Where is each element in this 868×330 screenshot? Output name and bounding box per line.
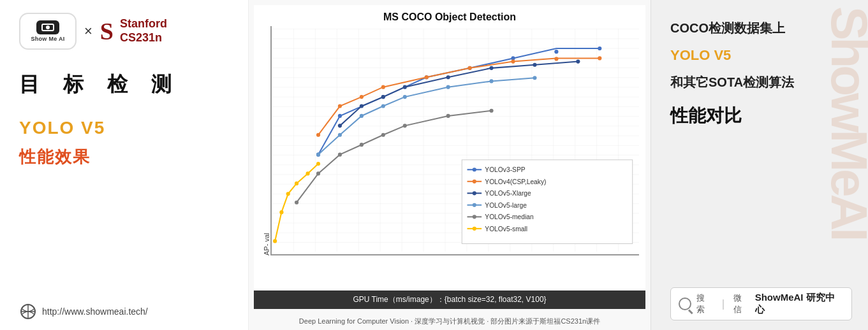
svg-point-56 <box>468 66 472 70</box>
svg-point-50 <box>598 47 601 50</box>
svg-point-70 <box>360 114 364 118</box>
chart-container: MS COCO Object Detection AP- val 26 27 2… <box>254 5 645 291</box>
svg-point-95 <box>473 180 476 183</box>
wechat-label: 微信 <box>733 292 750 315</box>
stanford-name: Stanford <box>120 17 167 31</box>
svg-text:YOLOv4(CSP,Leaky): YOLOv4(CSP,Leaky) <box>485 178 546 185</box>
svg-point-52 <box>338 104 342 108</box>
svg-point-75 <box>533 76 536 80</box>
main-title: 目 标 检 测 <box>19 71 229 99</box>
showmeai-text-logo: Show Me AI <box>31 36 64 42</box>
svg-point-71 <box>381 104 385 108</box>
svg-text:YOLOv3-SPP: YOLOv3-SPP <box>485 166 525 173</box>
svg-point-59 <box>598 56 601 60</box>
svg-point-82 <box>446 114 450 118</box>
svg-point-83 <box>489 109 493 113</box>
svg-point-86 <box>286 192 290 196</box>
showmeai-icon-inner <box>41 24 54 31</box>
svg-point-80 <box>381 133 385 137</box>
svg-point-63 <box>403 85 407 89</box>
search-brand: ShowMeAI 研究中心 <box>755 292 844 316</box>
svg-point-76 <box>295 201 298 204</box>
svg-point-74 <box>489 79 493 83</box>
search-bar[interactable]: 搜索 ｜ 微信 ShowMeAI 研究中心 <box>670 287 852 320</box>
svg-point-54 <box>381 85 385 89</box>
svg-point-101 <box>473 203 476 207</box>
svg-point-81 <box>403 124 407 127</box>
search-label: 搜索 <box>696 292 713 315</box>
svg-point-61 <box>360 104 364 108</box>
url-icon <box>19 303 37 320</box>
showmeai-icon <box>36 20 59 34</box>
svg-text:YOLOv5-median: YOLOv5-median <box>485 213 534 220</box>
svg-text:YOLOv5-Xlarge: YOLOv5-Xlarge <box>485 190 531 197</box>
svg-point-78 <box>338 153 342 157</box>
svg-point-69 <box>338 133 342 137</box>
chart-title: MS COCO Object Detection <box>260 11 639 23</box>
svg-point-64 <box>446 75 450 79</box>
chart-footer: GPU Time（ms/image）：{batch size=32, float… <box>254 291 645 309</box>
stanford-text: Stanford CS231n <box>120 17 167 45</box>
url-text: http://www.showmeai.tech/ <box>42 306 148 317</box>
svg-point-58 <box>554 57 558 61</box>
svg-point-104 <box>473 215 476 219</box>
svg-point-85 <box>279 210 283 214</box>
subtitle-perf: 性能效果 <box>19 146 229 168</box>
svg-point-89 <box>316 162 320 166</box>
svg-point-62 <box>381 95 385 99</box>
right-yolo: YOLO V5 <box>670 47 852 64</box>
right-perf: 性能对比 <box>670 104 852 128</box>
svg-point-88 <box>305 171 309 175</box>
svg-text:YOLOv5-large: YOLOv5-large <box>485 202 527 209</box>
left-panel: Show Me AI × S Stanford CS231n 目 标 检 测 Y… <box>0 0 249 330</box>
svg-point-73 <box>446 85 450 89</box>
svg-point-68 <box>316 153 320 157</box>
url-area[interactable]: http://www.showmeai.tech/ <box>19 296 229 320</box>
chart-area: AP- val 26 27 28 29 30 31 <box>260 26 639 255</box>
center-panel: MS COCO Object Detection AP- val 26 27 2… <box>249 0 651 330</box>
svg-point-51 <box>316 133 320 137</box>
svg-point-55 <box>425 75 429 79</box>
svg-point-92 <box>473 168 476 171</box>
right-panel: ShowMeAI COCO检测数据集上 YOLO V5 和其它SOTA检测算法 … <box>651 0 868 330</box>
svg-point-49 <box>554 50 558 54</box>
logo-area: Show Me AI × S Stanford CS231n <box>19 13 229 50</box>
search-divider: ｜ <box>718 298 728 311</box>
svg-point-57 <box>511 59 515 63</box>
svg-point-66 <box>533 63 536 67</box>
stanford-logo: S Stanford CS231n <box>100 17 167 45</box>
y-axis-label: AP- val <box>260 26 270 255</box>
svg-point-79 <box>360 143 364 147</box>
svg-point-77 <box>316 171 320 175</box>
times-symbol: × <box>84 23 92 39</box>
svg-point-84 <box>273 239 277 243</box>
svg-point-98 <box>473 191 476 195</box>
svg-text:YOLOv5-small: YOLOv5-small <box>485 226 527 233</box>
subtitle-yolo: YOLO V5 <box>19 118 229 138</box>
stanford-s-letter: S <box>100 19 114 43</box>
svg-point-87 <box>295 182 298 185</box>
svg-point-72 <box>403 95 407 99</box>
svg-point-60 <box>338 124 342 127</box>
chart-plot: 26 27 28 29 30 31 32 33 34 35 36 37 38 3… <box>270 26 639 255</box>
chart-caption: Deep Learning for Computer Vision · 深度学习… <box>249 314 651 330</box>
svg-point-67 <box>576 59 580 63</box>
showmeai-logo: Show Me AI <box>19 13 77 50</box>
right-line3: 和其它SOTA检测算法 <box>670 74 852 91</box>
right-line1: COCO检测数据集上 <box>670 19 852 37</box>
cs231n-text: CS231n <box>120 31 162 45</box>
svg-point-65 <box>489 66 493 70</box>
svg-point-53 <box>360 95 364 99</box>
svg-point-44 <box>338 114 342 118</box>
chart-svg: 26 27 28 29 30 31 32 33 34 35 36 37 38 3… <box>272 26 639 254</box>
svg-point-107 <box>473 227 476 231</box>
search-icon <box>679 298 691 310</box>
